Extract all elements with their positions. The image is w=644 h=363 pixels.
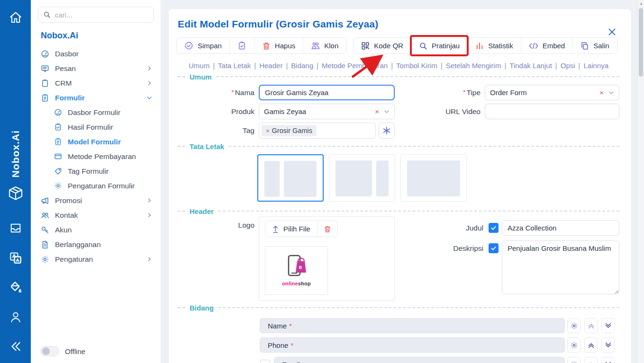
embed-button[interactable]: Embed — [521, 38, 573, 53]
sidebar-item-promosi[interactable]: Promosi — [38, 193, 154, 208]
logo-wordmark: onlineshop — [282, 281, 311, 286]
sidebar-item-kontak[interactable]: Kontak — [38, 208, 154, 222]
move-field-down-button[interactable] — [601, 337, 615, 353]
sidebar-nav: Dasbor Pesan CRM Formulir Dasbor Formuli… — [38, 46, 154, 266]
email-field-checkbox[interactable] — [260, 360, 270, 363]
layout-option-left-sidebar[interactable] — [257, 154, 324, 202]
section-tabs: Umum|Tata Letak|Header|Bidang|Metode Pem… — [178, 62, 619, 70]
move-field-up-button[interactable] — [584, 357, 598, 363]
translate-icon[interactable] — [0, 251, 31, 265]
tab-opsi[interactable]: Opsi — [561, 62, 575, 70]
sidebar-item-pengaturan[interactable]: Pengaturan — [38, 252, 154, 266]
klon-button[interactable]: Klon — [303, 38, 346, 53]
tab-bidang[interactable]: Bidang — [291, 62, 313, 70]
qr-code-icon — [361, 42, 370, 50]
edit-form-card: Edit Model Formulir (Grosir Gamis Zeyaa)… — [169, 9, 631, 363]
move-field-up-button[interactable] — [584, 337, 598, 353]
pilih-file-button[interactable]: Pilih File — [265, 221, 317, 237]
remove-logo-button[interactable] — [317, 221, 337, 237]
deskripsi-checkbox[interactable] — [489, 243, 499, 253]
nama-input[interactable] — [259, 85, 395, 100]
tab-lainnya[interactable]: Lainnya — [583, 62, 608, 70]
sidebar-item-tag-formulir[interactable]: Tag Formulir — [38, 164, 154, 178]
tab-tindak-lanjut[interactable]: Tindak Lanjut — [509, 62, 552, 70]
tag-input[interactable]: × Grosir Gamis — [259, 123, 376, 139]
clipboard-check-icon — [54, 123, 62, 131]
pratinjau-button[interactable]: Pratinjau — [411, 38, 467, 53]
field-bar[interactable]: Email — [274, 357, 565, 363]
tipe-select[interactable]: Order Form × — [485, 85, 619, 100]
sidebar-item-crm[interactable]: CRM — [38, 76, 154, 90]
scrollbar-up-arrow[interactable]: ▲ — [639, 1, 643, 6]
deskripsi-textarea[interactable]: Penjualan Grosir Busana Muslim — [502, 240, 619, 294]
close-icon[interactable] — [607, 27, 617, 37]
tab-tata-letak[interactable]: Tata Letak — [218, 62, 251, 70]
sidebar: Nobox.Ai Dasbor Pesan CRM Formulir Dasbo… — [31, 0, 161, 363]
tab-metode-pembayaran[interactable]: Metode Pembayaran — [322, 62, 388, 70]
judul-input[interactable] — [502, 220, 619, 236]
move-field-down-button[interactable] — [601, 357, 615, 363]
field-row-phone: Phone* — [260, 337, 619, 353]
sidebar-search[interactable] — [38, 7, 154, 23]
kode-qr-button[interactable]: Kode QR — [354, 38, 411, 53]
collapse-icon[interactable] — [0, 340, 31, 353]
logo-label: Logo — [178, 216, 259, 230]
field-settings-button[interactable] — [567, 318, 581, 333]
sidebar-item-metode-pembayaran[interactable]: Metode Pembayaran — [38, 149, 154, 164]
remove-tag-icon[interactable]: × — [266, 127, 270, 134]
hapus-button[interactable]: Hapus — [254, 38, 303, 53]
salin-button[interactable]: Salin — [572, 38, 617, 53]
home-icon[interactable] — [0, 10, 31, 25]
sidebar-item-dasbor[interactable]: Dasbor — [38, 46, 154, 61]
sidebar-item-akun[interactable]: Akun — [38, 222, 154, 237]
theme-icon[interactable] — [0, 280, 31, 294]
field-bar[interactable]: Name* — [260, 318, 565, 333]
document-icon — [41, 240, 49, 249]
tab-tombol-kirim[interactable]: Tombol Kirim — [396, 62, 437, 70]
scrollbar-thumb[interactable] — [639, 8, 643, 77]
url-video-input[interactable] — [485, 104, 619, 119]
nobox-logo-icon[interactable] — [0, 184, 31, 203]
sidebar-item-model-formulir[interactable]: Model Formulir — [38, 134, 154, 149]
tab-umum[interactable]: Umum — [189, 62, 209, 70]
produk-label: Produk — [178, 107, 259, 116]
tab-header[interactable]: Header — [259, 62, 282, 70]
sidebar-item-pengaturan-formulir[interactable]: Pengaturan Formulir — [38, 178, 154, 193]
search-input[interactable] — [55, 11, 149, 19]
offline-toggle[interactable] — [40, 346, 59, 356]
produk-select[interactable]: Gamis Zeyaa × — [259, 104, 395, 119]
layout-option-right-sidebar[interactable] — [329, 154, 395, 202]
field-settings-button[interactable] — [567, 357, 581, 363]
move-field-up-button[interactable] — [584, 318, 598, 333]
tasks-button[interactable] — [229, 38, 254, 53]
logo-upload-area: Pilih File B — [259, 216, 395, 301]
clear-icon[interactable]: × — [375, 107, 379, 115]
main-area: Edit Model Formulir (Grosir Gamis Zeyaa)… — [161, 0, 644, 363]
logo-preview-image: B onlineshop — [265, 246, 328, 295]
vertical-scrollbar[interactable]: ▲ — [637, 0, 644, 363]
move-field-down-button[interactable] — [601, 318, 615, 333]
sidebar-item-hasil-formulir[interactable]: Hasil Formulir — [38, 120, 154, 134]
inbox-icon[interactable] — [0, 221, 31, 235]
tab-setelah-mengirim[interactable]: Setelah Mengirim — [446, 62, 501, 70]
field-row-name: Name* — [260, 318, 619, 333]
field-settings-button[interactable] — [567, 337, 581, 353]
layout-option-full[interactable] — [400, 154, 467, 202]
judul-checkbox[interactable] — [489, 223, 499, 233]
sidebar-item-berlangganan[interactable]: Berlangganan — [38, 237, 154, 252]
sidebar-item-dasbor-formulir[interactable]: Dasbor Formulir — [38, 105, 154, 120]
sidebar-item-pesan[interactable]: Pesan — [38, 61, 154, 76]
megaphone-icon — [41, 196, 49, 205]
chevron-right-icon — [147, 212, 152, 218]
chevron-down-icon — [384, 109, 390, 115]
profile-icon[interactable] — [0, 310, 31, 324]
tag-suggest-button[interactable] — [379, 123, 395, 139]
clear-icon[interactable]: × — [599, 89, 604, 97]
people-icon — [41, 211, 49, 220]
simpan-button[interactable]: Simpan — [177, 38, 229, 53]
field-bar[interactable]: Phone* — [260, 337, 565, 353]
gear-icon — [570, 361, 578, 363]
statistik-button[interactable]: Statistik — [467, 38, 521, 53]
sidebar-item-formulir[interactable]: Formulir — [38, 90, 154, 105]
double-chevron-down-icon — [604, 322, 612, 330]
